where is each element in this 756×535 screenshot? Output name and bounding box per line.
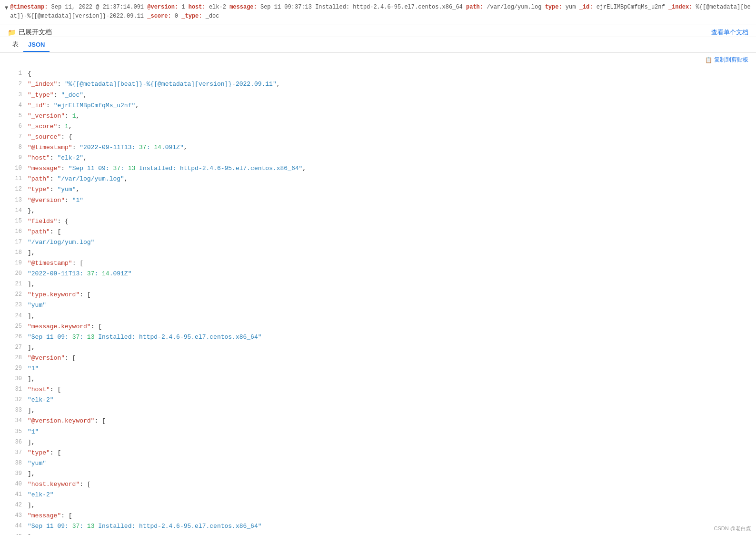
json-line: 42 ], — [8, 500, 748, 511]
line-code: ], — [28, 437, 748, 448]
line-code: "2022-09-11T13: 37: 14.091Z" — [28, 269, 748, 279]
line-code: "@version.keyword": [ — [28, 416, 748, 426]
json-line: 23 "yum" — [8, 300, 748, 311]
json-line: 31 "host": [ — [8, 384, 748, 395]
line-number: 15 — [8, 216, 22, 226]
json-line: 18 ], — [8, 248, 748, 258]
line-number: 21 — [8, 279, 22, 289]
line-code: "path": "/var/log/yum.log", — [28, 174, 748, 184]
line-code: "@timestamp": [ — [28, 258, 748, 269]
line-number: 17 — [8, 237, 22, 247]
line-code: "_index": "%{[@metadata][beat]}-%{[@meta… — [28, 79, 748, 90]
line-number: 40 — [8, 479, 22, 489]
json-line: 45 ], — [8, 532, 748, 535]
line-number: 36 — [8, 437, 22, 447]
json-line: 1{ — [8, 69, 748, 79]
line-code: "fields": { — [28, 216, 748, 227]
json-line: 3 "_type": "_doc", — [8, 90, 748, 101]
json-line: 9 "host": "elk-2", — [8, 153, 748, 163]
line-code: "message": [ — [28, 511, 748, 521]
line-code: "Sep 11 09: 37: 13 Installed: httpd-2.4.… — [28, 332, 748, 343]
line-number: 6 — [8, 121, 22, 131]
line-number: 19 — [8, 258, 22, 268]
json-line: 38 "yum" — [8, 458, 748, 469]
json-line: 39 ], — [8, 469, 748, 479]
line-code: }, — [28, 206, 748, 216]
line-number: 30 — [8, 374, 22, 384]
json-line: 36 ], — [8, 437, 748, 448]
line-number: 28 — [8, 353, 22, 363]
line-number: 9 — [8, 153, 22, 162]
line-number: 1 — [8, 69, 22, 78]
json-line: 6 "_score": 1, — [8, 121, 748, 132]
json-line: 8 "@timestamp": "2022-09-11T13: 37: 14.0… — [8, 142, 748, 153]
line-number: 29 — [8, 363, 22, 373]
line-code: "/var/log/yum.log" — [28, 237, 748, 248]
json-line: 21 ], — [8, 279, 748, 290]
json-line: 30 ], — [8, 374, 748, 384]
line-code: "@version": [ — [28, 353, 748, 363]
line-number: 5 — [8, 111, 22, 121]
line-code: "type.keyword": [ — [28, 290, 748, 300]
line-code: "yum" — [28, 300, 748, 311]
line-number: 31 — [8, 384, 22, 394]
line-number: 20 — [8, 269, 22, 278]
log-bar: ▼ @timestamp: Sep 11, 2022 @ 21:37:14.09… — [0, 0, 756, 24]
json-line: 34 "@version.keyword": [ — [8, 416, 748, 426]
line-code: ], — [28, 311, 748, 322]
view-single-link[interactable]: 查看单个文档 — [711, 28, 748, 37]
tab-table[interactable]: 表 — [8, 37, 23, 52]
copy-bar: 📋 复制到剪贴板 — [0, 53, 756, 67]
line-code: "elk-2" — [28, 395, 748, 405]
json-line: 20 "2022-09-11T13: 37: 14.091Z" — [8, 269, 748, 279]
json-line: 10 "message": "Sep 11 09: 37: 13 Install… — [8, 163, 748, 174]
copy-button[interactable]: 📋 复制到剪贴板 — [705, 56, 748, 64]
line-number: 38 — [8, 458, 22, 468]
line-code: "message": "Sep 11 09: 37: 13 Installed:… — [28, 163, 748, 174]
tab-json[interactable]: JSON — [23, 38, 50, 52]
section-header: 📁 已展开文档 查看单个文档 — [0, 24, 756, 37]
copy-icon: 📋 — [705, 57, 712, 63]
json-line: 14 }, — [8, 206, 748, 216]
line-number: 45 — [8, 532, 22, 535]
json-line: 35 "1" — [8, 427, 748, 437]
line-number: 18 — [8, 248, 22, 257]
line-number: 25 — [8, 322, 22, 331]
json-line: 24 ], — [8, 311, 748, 322]
line-code: "elk-2" — [28, 490, 748, 500]
line-number: 33 — [8, 405, 22, 415]
line-code: "@timestamp": "2022-09-11T13: 37: 14.091… — [28, 142, 748, 153]
json-line: 19 "@timestamp": [ — [8, 258, 748, 269]
json-line: 43 "message": [ — [8, 511, 748, 521]
line-code: "_type": "_doc", — [28, 90, 748, 101]
line-code: ], — [28, 279, 748, 290]
json-line: 41 "elk-2" — [8, 490, 748, 500]
line-code: "type": [ — [28, 448, 748, 458]
line-number: 13 — [8, 195, 22, 205]
line-code: ], — [28, 532, 748, 535]
line-number: 14 — [8, 206, 22, 215]
line-number: 35 — [8, 427, 22, 436]
section-title-text: 已展开文档 — [19, 28, 52, 37]
line-number: 24 — [8, 311, 22, 321]
line-code: "1" — [28, 427, 748, 437]
line-number: 12 — [8, 184, 22, 194]
json-line: 11 "path": "/var/log/yum.log", — [8, 174, 748, 184]
line-number: 3 — [8, 90, 22, 100]
json-line: 29 "1" — [8, 363, 748, 374]
line-code: "host.keyword": [ — [28, 479, 748, 490]
json-line: 17 "/var/log/yum.log" — [8, 237, 748, 248]
folder-icon: 📁 — [8, 29, 16, 36]
toggle-icon[interactable]: ▼ — [5, 4, 8, 13]
line-number: 39 — [8, 469, 22, 478]
footer: CSDN @老白煤 — [714, 525, 751, 532]
line-code: "Sep 11 09: 37: 13 Installed: httpd-2.4.… — [28, 521, 748, 532]
line-code: "path": [ — [28, 227, 748, 237]
json-line: 12 "type": "yum", — [8, 184, 748, 195]
line-number: 7 — [8, 132, 22, 141]
line-code: { — [28, 69, 748, 79]
line-code: "_id": "ejrELIMBpCmfqMs_u2nf", — [28, 101, 748, 111]
line-number: 10 — [8, 163, 22, 173]
line-number: 2 — [8, 79, 22, 89]
line-code: "host": "elk-2", — [28, 153, 748, 163]
